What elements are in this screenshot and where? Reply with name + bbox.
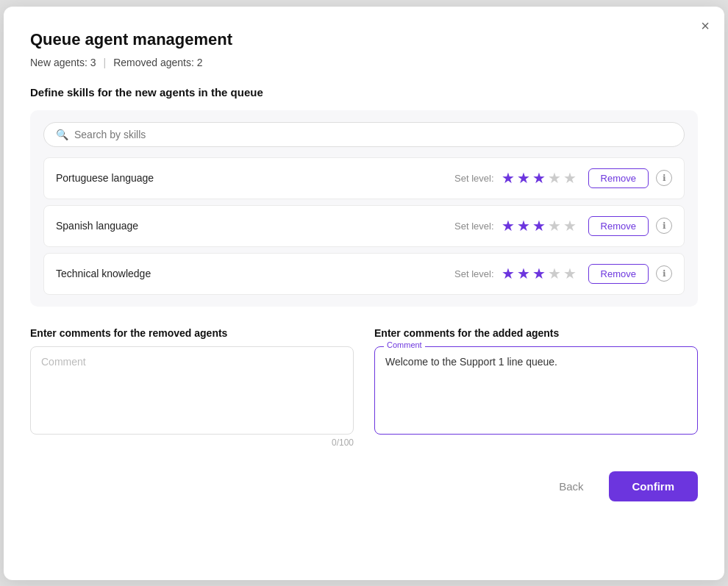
star-1[interactable]: ★	[502, 265, 515, 282]
skill-row: Technical knowledge Set level: ★ ★ ★ ★ ★…	[43, 253, 685, 295]
skill-name: Technical knowledge	[56, 268, 454, 279]
star-2[interactable]: ★	[517, 169, 530, 187]
added-comment-heading: Enter comments for the added agents	[374, 327, 698, 339]
new-agents-label: New agents: 3	[30, 57, 96, 68]
skill-row: Portuguese language Set level: ★ ★ ★ ★ ★…	[43, 157, 685, 199]
removed-agents-label: Removed agents: 2	[113, 57, 202, 68]
modal-title: Queue agent management	[30, 30, 698, 49]
info-icon[interactable]: ℹ	[656, 265, 672, 282]
star-3[interactable]: ★	[532, 169, 546, 187]
agents-summary: New agents: 3 | Removed agents: 2	[30, 57, 698, 68]
removed-char-count: 0/100	[30, 437, 354, 448]
added-comment-block: Enter comments for the added agents Comm…	[374, 327, 698, 448]
star-3[interactable]: ★	[532, 265, 546, 282]
removed-comment-block: Enter comments for the removed agents 0/…	[30, 327, 354, 448]
star-5[interactable]: ★	[563, 265, 577, 282]
stars-group: ★ ★ ★ ★ ★	[502, 169, 577, 187]
removed-comment-wrapper	[30, 346, 354, 435]
remove-button[interactable]: Remove	[588, 264, 649, 284]
star-4[interactable]: ★	[548, 169, 561, 187]
skills-heading: Define skills for the new agents in the …	[30, 86, 698, 99]
set-level-label: Set level:	[454, 221, 493, 232]
added-comment-textarea[interactable]	[385, 356, 687, 422]
star-5[interactable]: ★	[563, 169, 577, 187]
info-icon[interactable]: ℹ	[656, 170, 672, 186]
skills-container: 🔍 Portuguese language Set level: ★ ★ ★ ★…	[30, 110, 698, 307]
removed-comment-heading: Enter comments for the removed agents	[30, 327, 354, 339]
star-2[interactable]: ★	[517, 217, 530, 235]
search-bar: 🔍	[43, 122, 685, 147]
back-button[interactable]: Back	[546, 473, 596, 500]
confirm-button[interactable]: Confirm	[609, 471, 699, 501]
modal-container: × Queue agent management New agents: 3 |…	[4, 7, 724, 580]
search-icon: 🔍	[56, 129, 68, 140]
stars-group: ★ ★ ★ ★ ★	[502, 265, 577, 282]
removed-comment-textarea[interactable]	[41, 356, 343, 422]
skill-name: Spanish language	[56, 220, 454, 232]
star-1[interactable]: ★	[502, 169, 515, 187]
set-level-label: Set level:	[454, 173, 493, 184]
remove-button[interactable]: Remove	[588, 168, 649, 188]
star-5[interactable]: ★	[563, 217, 577, 235]
star-3[interactable]: ★	[532, 217, 546, 235]
stars-group: ★ ★ ★ ★ ★	[502, 217, 577, 235]
close-button[interactable]: ×	[701, 18, 710, 33]
summary-divider: |	[104, 57, 107, 68]
star-1[interactable]: ★	[502, 217, 515, 235]
skill-name: Portuguese language	[56, 172, 454, 184]
star-4[interactable]: ★	[548, 217, 561, 235]
set-level-label: Set level:	[454, 268, 493, 279]
skill-row: Spanish language Set level: ★ ★ ★ ★ ★ Re…	[43, 205, 685, 247]
added-comment-float-label: Comment	[384, 340, 425, 349]
search-input[interactable]	[74, 129, 672, 140]
star-2[interactable]: ★	[517, 265, 530, 282]
modal-footer: Back Confirm	[30, 471, 698, 501]
comments-section: Enter comments for the removed agents 0/…	[30, 327, 698, 448]
star-4[interactable]: ★	[548, 265, 561, 282]
added-comment-wrapper: Comment	[374, 346, 698, 435]
info-icon[interactable]: ℹ	[656, 218, 672, 234]
remove-button[interactable]: Remove	[588, 216, 649, 236]
